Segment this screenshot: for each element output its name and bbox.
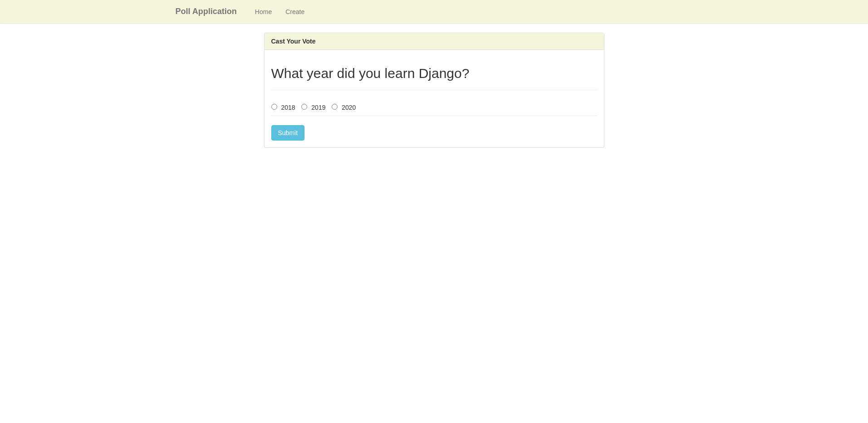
radio-option-2019[interactable]: 2019: [301, 104, 325, 111]
navbar-nav: Home Create: [248, 1, 311, 22]
submit-button[interactable]: Submit: [271, 125, 305, 141]
radio-input-2019[interactable]: [301, 104, 307, 110]
page-header: What year did you learn Django?: [271, 66, 597, 90]
options-row: 2018 2019 2020: [271, 99, 597, 116]
vote-form: 2018 2019 2020 Submit: [271, 99, 597, 141]
vote-panel: Cast Your Vote What year did you learn D…: [264, 33, 604, 148]
radio-option-2020[interactable]: 2020: [332, 104, 356, 111]
radio-input-2020[interactable]: [332, 104, 338, 110]
navbar: Poll Application Home Create: [0, 0, 868, 24]
radio-option-2018[interactable]: 2018: [271, 104, 295, 111]
poll-question: What year did you learn Django?: [271, 66, 597, 81]
nav-link-home[interactable]: Home: [248, 1, 279, 22]
radio-label: 2019: [311, 104, 325, 111]
radio-label: 2020: [342, 104, 356, 111]
panel-heading: Cast Your Vote: [265, 33, 604, 50]
navbar-brand[interactable]: Poll Application: [176, 0, 244, 23]
radio-input-2018[interactable]: [271, 104, 277, 110]
nav-link-create[interactable]: Create: [279, 1, 311, 22]
radio-label: 2018: [281, 104, 295, 111]
panel-body: What year did you learn Django? 2018 201…: [265, 50, 604, 147]
